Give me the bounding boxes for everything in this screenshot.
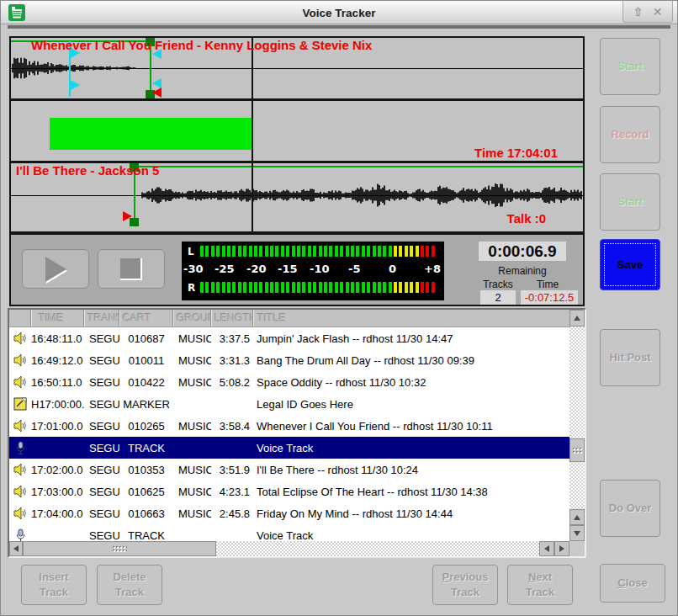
end-marker-icon[interactable] [152,88,162,98]
voicetrack-pane[interactable]: Time 17:04:01 [11,101,583,163]
cell-trans: SEGUE [84,442,119,454]
marker-icon [9,397,31,411]
do-over-button[interactable]: Do Over [600,480,660,537]
vscroll-track[interactable] [569,327,585,509]
header-icon-col[interactable] [9,310,31,327]
cell-length: 3:37.5 [211,332,253,345]
cell-cart: 010422 [119,376,173,389]
track1-title: Whenever I Call You Friend - Kenny Loggi… [31,38,372,52]
table-row[interactable]: SEGUETRACKVoice Track [9,524,569,541]
cell-group: MUSIC [173,420,211,433]
cell-trans: SEGUE [84,354,119,367]
cell-title: I'll Be There -- rdhost 11/30 10:24 [253,464,569,476]
speaker-icon [9,375,31,389]
cell-group: MUSIC [173,376,211,389]
header-title[interactable]: TITLE [253,310,569,327]
scroll-down-button[interactable] [569,525,585,541]
cell-length: 2:45.8 [211,507,253,520]
shade-icon[interactable]: ⇧ [633,6,644,18]
header-group[interactable]: GROUP [173,310,211,327]
insert-track-button[interactable]: Insert Track [21,565,87,605]
header-length[interactable]: LENGTH [211,310,253,327]
waveform-editor: Whenever I Call You Friend - Kenny Loggi… [9,36,585,233]
vertical-scrollbar [569,310,585,541]
start-track1-button[interactable]: Start [600,38,660,95]
track2-title: I'll Be There - Jackson 5 [16,163,159,178]
log-table: TIME TRANS CART GROUP LENGTH TITLE 16:48… [8,308,586,558]
hit-post-button[interactable]: Hit Post [600,329,660,386]
delete-track-button[interactable]: Delete Track [97,565,162,605]
table-row[interactable]: H17:00:00.0SEGUEMARKERLegal ID Goes Here [9,393,569,415]
scroll-up-button2[interactable] [569,509,585,525]
cell-length: 5:08.2 [211,376,253,389]
scroll-up-button[interactable] [569,310,585,327]
record-button[interactable]: Record [600,106,660,163]
table-row[interactable]: 17:04:00.0SEGUE010663MUSIC2:45.8Friday O… [9,502,569,524]
titlebar-shadow [8,25,670,29]
remaining-time-value: -0:07:12.5 [521,290,578,305]
meter-left-label: L [188,246,194,258]
header-time[interactable]: TIME [31,310,84,327]
vscroll-thumb[interactable] [569,438,585,462]
speaker-icon [9,485,31,498]
next-track-button[interactable]: Next Track [507,565,573,605]
track2-waveform-pane[interactable]: I'll Be There - Jackson 5 Talk :0 [11,163,583,226]
remaining-time-label: Time [531,279,564,290]
header-trans[interactable]: TRANS [84,310,119,327]
header-cart[interactable]: CART [119,310,173,327]
hscroll-thumb[interactable] [23,541,216,556]
cell-time: 16:50:11.0 [31,376,84,389]
talk-time-label: Talk :0 [507,211,546,226]
close-icon[interactable]: ✕ [653,6,663,18]
fade-marker-icon[interactable] [71,80,80,90]
remaining-label: Remaining [479,265,566,277]
table-row[interactable]: SEGUETRACKVoice Track [9,437,569,459]
track1-waveform-pane[interactable]: Whenever I Call You Friend - Kenny Loggi… [11,38,583,101]
table-row[interactable]: 16:50:11.0SEGUE010422MUSIC5:08.2Space Od… [9,371,569,393]
start-marker-icon[interactable] [123,211,132,221]
cell-group: MUSIC [173,507,211,520]
segue-end-line [135,166,583,167]
cell-title: Jumpin' Jack Flash -- rdhost 11/30 14:47 [253,332,569,345]
table-row[interactable]: 17:02:00.0SEGUE010353MUSIC3:51.9I'll Be … [9,459,569,481]
cell-time: 17:01:00.0 [31,420,84,433]
hscroll-track[interactable] [216,541,539,556]
voice-track-region[interactable] [50,118,252,150]
cell-group: MUSIC [173,464,211,476]
table-row[interactable]: 17:03:00.0SEGUE010625MUSIC4:23.1Total Ec… [9,481,569,502]
scroll-left-button2[interactable] [539,541,554,556]
table-rows: 16:48:11.0SEGUE010687MUSIC3:37.5Jumpin' … [9,327,569,541]
stop-button[interactable] [98,249,165,289]
cell-cart: TRACK [119,442,173,454]
cell-time: H17:00:00.0 [31,398,84,411]
cell-group: MUSIC [173,332,211,345]
cell-time: 16:49:12.0 [31,354,84,367]
table-row[interactable]: 16:48:11.0SEGUE010687MUSIC3:37.5Jumpin' … [9,327,569,349]
cell-title: Space Oddity -- rdhost 11/30 10:32 [253,376,569,389]
cell-cart: 010011 [119,354,173,367]
scroll-left-button[interactable] [9,541,23,556]
play-button[interactable] [22,249,89,289]
cell-time: 17:04:00.0 [31,507,84,520]
meter-right-bar [200,282,435,293]
save-button[interactable]: Save [600,239,660,290]
close-button[interactable]: Close [600,564,665,603]
transport-panel: L -30 -25 -20 -15 -10 -5 0 +8 R 0:00:06.… [9,233,585,306]
previous-track-button[interactable]: Previous Track [432,565,498,605]
meter-scale: -30 -25 -20 -15 -10 -5 0 +8 [182,263,444,274]
start-track2-button[interactable]: Start [600,173,660,231]
cell-time: 17:03:00.0 [31,486,84,498]
table-row[interactable]: 17:01:00.0SEGUE010265MUSIC3:58.4Whenever… [9,415,569,437]
stop-icon [120,258,142,280]
window-controls: ⇧ ✕ [622,1,673,23]
cell-trans: SEGUE [84,398,119,411]
cell-time: 17:02:00.0 [31,464,84,476]
voice-tracker-window: Voice Tracker ⇧ ✕ Whenever I Call You Fr… [0,0,678,616]
remaining-tracks-label: Tracks [479,279,517,290]
elapsed-time-display: 0:00:06.9 [479,242,566,261]
scroll-right-button2[interactable] [554,541,569,556]
table-row[interactable]: 16:49:12.0SEGUE010011MUSIC3:31.3Bang The… [9,349,569,371]
mic-icon [9,528,31,542]
play-icon [45,257,66,282]
speaker-icon [9,419,31,433]
